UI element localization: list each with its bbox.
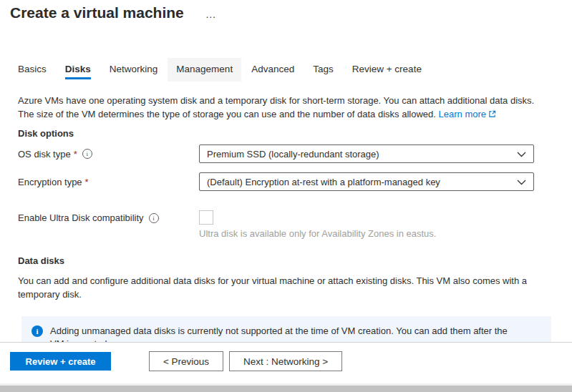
- tab-disks[interactable]: Disks: [65, 58, 91, 79]
- chevron-down-icon: [517, 177, 526, 187]
- tab-management[interactable]: Management: [168, 58, 241, 82]
- external-link-icon: [488, 108, 496, 122]
- encryption-type-value: (Default) Encryption at-rest with a plat…: [207, 177, 440, 187]
- info-banner-icon: i: [31, 325, 43, 337]
- os-disk-type-row: OS disk type * i Premium SSD (locally-re…: [18, 144, 572, 163]
- tab-basics[interactable]: Basics: [18, 58, 47, 79]
- previous-button[interactable]: < Previous: [149, 351, 223, 371]
- required-marker: *: [85, 177, 89, 187]
- tab-tags[interactable]: Tags: [313, 58, 334, 79]
- info-icon[interactable]: i: [149, 213, 159, 223]
- learn-more-link[interactable]: Learn more: [439, 109, 496, 119]
- page-title: Create a virtual machine: [10, 4, 184, 21]
- horizontal-scrollbar[interactable]: [0, 383, 572, 392]
- data-disks-heading: Data disks: [18, 255, 572, 266]
- page-header: Create a virtual machine …: [0, 0, 572, 23]
- ultra-disk-helper-text: Ultra disk is available only for Availab…: [199, 228, 436, 239]
- more-actions-icon[interactable]: …: [205, 8, 217, 18]
- ultra-disk-label-group: Enable Ultra Disk compatibility i: [18, 210, 199, 223]
- tab-networking[interactable]: Networking: [110, 58, 158, 79]
- os-disk-type-label: OS disk type: [18, 149, 71, 160]
- encryption-type-label: Encryption type: [18, 177, 82, 187]
- os-disk-type-label-group: OS disk type * i: [18, 149, 199, 160]
- ultra-disk-control: Ultra disk is available only for Availab…: [199, 210, 436, 239]
- review-create-button[interactable]: Review + create: [10, 352, 111, 371]
- ultra-disk-checkbox[interactable]: [199, 210, 213, 225]
- next-networking-button[interactable]: Next : Networking >: [229, 351, 342, 371]
- tab-bar: Basics Disks Networking Management Advan…: [18, 58, 572, 82]
- data-disks-description: You can add and configure additional dat…: [18, 274, 543, 301]
- intro-paragraph: Azure VMs have one operating system disk…: [18, 94, 551, 122]
- footer-bar: Review + create < Previous Next : Networ…: [0, 342, 572, 385]
- tab-review-create[interactable]: Review + create: [352, 58, 422, 79]
- info-icon[interactable]: i: [82, 149, 92, 159]
- encryption-type-select[interactable]: (Default) Encryption at-rest with a plat…: [199, 172, 534, 191]
- os-disk-type-value: Premium SSD (locally-redundant storage): [207, 149, 379, 160]
- required-marker: *: [74, 149, 77, 160]
- encryption-type-row: Encryption type * (Default) Encryption a…: [18, 172, 572, 191]
- ultra-disk-row: Enable Ultra Disk compatibility i Ultra …: [18, 210, 572, 239]
- os-disk-type-select[interactable]: Premium SSD (locally-redundant storage): [199, 144, 534, 163]
- tab-advanced[interactable]: Advanced: [251, 58, 294, 79]
- create-vm-page: Create a virtual machine … Basics Disks …: [0, 0, 572, 392]
- encryption-type-label-group: Encryption type *: [18, 177, 199, 187]
- disk-options-heading: Disk options: [18, 128, 572, 139]
- ultra-disk-label: Enable Ultra Disk compatibility: [18, 212, 144, 223]
- chevron-down-icon: [517, 149, 526, 160]
